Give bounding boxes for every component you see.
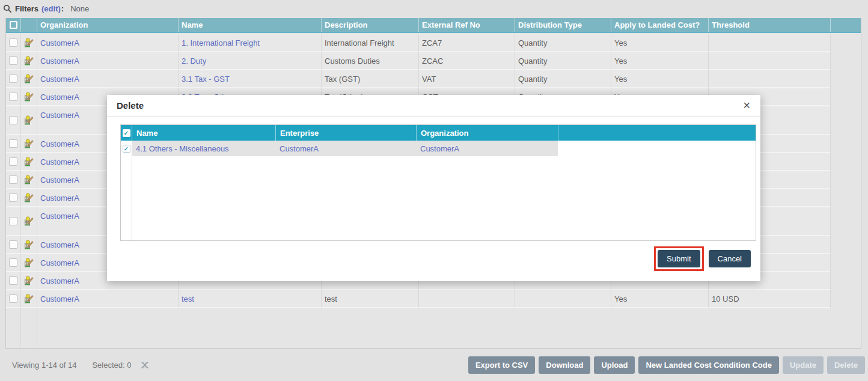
row-checkbox[interactable] [9, 217, 17, 225]
column-header-distribution-type[interactable]: Distribution Type [515, 18, 611, 32]
submit-button[interactable]: Submit [658, 250, 700, 267]
dialog-row-enterprise-link[interactable]: CustomerA [280, 144, 319, 153]
row-checkbox[interactable] [9, 294, 17, 303]
footer-status: Viewing 1-14 of 14 Selected: 0 [12, 361, 150, 370]
empty-cell [830, 52, 861, 70]
organization-icon [24, 240, 34, 249]
dialog-select-all-checkbox[interactable]: ✓ [123, 129, 130, 137]
download-button[interactable]: Download [539, 356, 590, 374]
organization-link[interactable]: CustomerA [40, 212, 79, 221]
row-checkbox[interactable] [9, 75, 17, 83]
threshold-cell: 10 USD [708, 290, 830, 308]
empty-cell [830, 135, 861, 153]
organization-link[interactable]: CustomerA [40, 93, 79, 102]
external-ref-no-cell: VAT [418, 70, 515, 88]
export-to-csv-button[interactable]: Export to CSV [468, 356, 535, 374]
select-all-checkbox[interactable] [10, 21, 17, 29]
apply-to-landed-cost-cell: Yes [611, 52, 708, 70]
filter-bar: Filters (edit) : None [0, 0, 868, 17]
delete-button: Delete [827, 356, 865, 374]
organization-link[interactable]: CustomerA [40, 111, 79, 120]
empty-cell [830, 70, 861, 88]
row-checkbox[interactable] [9, 276, 17, 285]
row-checkbox[interactable] [9, 194, 17, 202]
row-checkbox[interactable] [9, 175, 17, 184]
row-checkbox[interactable] [9, 56, 17, 65]
row-checkbox[interactable] [9, 258, 17, 267]
clear-selection-icon[interactable] [140, 361, 150, 369]
name-cell: 3.1 Tax - GST [178, 70, 321, 88]
organization-cell: CustomerA [37, 70, 178, 88]
table-row: CustomerA 3.1 Tax - GST Tax (GST) VAT Qu… [6, 70, 861, 88]
row-checkbox[interactable] [9, 38, 17, 47]
filters-value: None [70, 4, 89, 13]
dialog-row-checkbox[interactable]: ✓ [123, 145, 130, 153]
dialog-row-name-link[interactable]: 4.1 Others - Miscellaneous [136, 144, 229, 153]
organization-icon [24, 38, 34, 47]
column-header-name[interactable]: Name [178, 18, 321, 32]
table-row: CustomerA 2. Duty Customs Duties ZCAC Qu… [6, 52, 861, 70]
description-cell: International Freight [321, 34, 418, 52]
viewing-count-text: Viewing 1-14 of 14 [12, 361, 76, 370]
selected-count-text: Selected: 0 [92, 361, 131, 370]
apply-to-landed-cost-cell: Yes [611, 70, 708, 88]
dialog-table-row: ✓ 4.1 Others - Miscellaneous CustomerA C… [121, 141, 756, 156]
organization-icon [24, 74, 34, 84]
row-checkbox[interactable] [9, 139, 17, 148]
empty-cell [830, 171, 861, 189]
organization-link[interactable]: CustomerA [40, 276, 79, 285]
table-row: CustomerA test test Yes 10 USD [6, 290, 861, 308]
organization-link[interactable]: CustomerA [40, 175, 79, 184]
dialog-column-header-enterprise: Enterprise [275, 125, 416, 141]
organization-link[interactable]: CustomerA [40, 240, 79, 249]
search-icon [3, 4, 12, 13]
organization-link[interactable]: CustomerA [40, 139, 79, 148]
name-link[interactable]: test [182, 294, 194, 303]
delete-dialog-table: ✓ Name Enterprise Organization ✓ 4.1 Oth… [120, 124, 756, 241]
organization-link[interactable]: CustomerA [40, 56, 79, 66]
column-header-apply-to-landed-cost[interactable]: Apply to Landed Cost? [611, 18, 708, 32]
organization-link[interactable]: CustomerA [40, 258, 79, 267]
distribution-type-cell [515, 290, 611, 308]
organization-icon [24, 157, 34, 166]
apply-to-landed-cost-cell: Yes [611, 290, 708, 308]
organization-icon [24, 139, 34, 148]
row-checkbox[interactable] [9, 93, 17, 101]
update-button: Update [783, 356, 824, 374]
footer-action-buttons: Export to CSVDownloadUploadNew Landed Co… [468, 356, 865, 374]
organization-icon [24, 258, 34, 267]
delete-dialog-title: Delete [117, 100, 144, 111]
dialog-column-header-name: Name [132, 125, 275, 141]
row-checkbox[interactable] [9, 157, 17, 166]
organization-cell: CustomerA [37, 290, 178, 308]
name-link[interactable]: 3.1 Tax - GST [182, 75, 230, 84]
close-icon[interactable]: ✕ [743, 101, 751, 111]
organization-link[interactable]: CustomerA [40, 194, 79, 203]
new-landed-cost-condition-code-button[interactable]: New Landed Cost Condition Code [638, 356, 778, 374]
empty-cell [830, 34, 861, 52]
select-all-cell [6, 18, 20, 32]
filters-edit-link[interactable]: (edit) [41, 4, 61, 13]
column-header-external-ref-no[interactable]: External Ref No [418, 18, 515, 32]
distribution-type-cell: Quantity [515, 70, 611, 88]
delete-dialog: Delete ✕ ✓ Name Enterprise Organization … [107, 95, 760, 281]
upload-button[interactable]: Upload [594, 356, 635, 374]
dialog-row-organization-link[interactable]: CustomerA [420, 144, 459, 153]
organization-link[interactable]: CustomerA [40, 294, 79, 303]
row-checkbox[interactable] [9, 116, 17, 124]
cancel-button[interactable]: Cancel [709, 250, 751, 267]
column-header-threshold[interactable]: Threshold [708, 18, 830, 32]
name-link[interactable]: 1. International Freight [182, 38, 260, 47]
icon-column-header [20, 18, 37, 32]
organization-link[interactable]: CustomerA [40, 75, 79, 84]
organization-link[interactable]: CustomerA [40, 38, 79, 47]
name-link[interactable]: 2. Duty [182, 56, 206, 66]
threshold-cell [708, 34, 830, 52]
column-header-organization[interactable]: Organization [37, 18, 178, 32]
empty-cell [830, 290, 861, 308]
column-header-description[interactable]: Description [321, 18, 418, 32]
organization-link[interactable]: CustomerA [40, 157, 79, 166]
empty-cell [830, 106, 861, 135]
row-checkbox[interactable] [9, 240, 17, 249]
empty-cell [830, 254, 861, 272]
